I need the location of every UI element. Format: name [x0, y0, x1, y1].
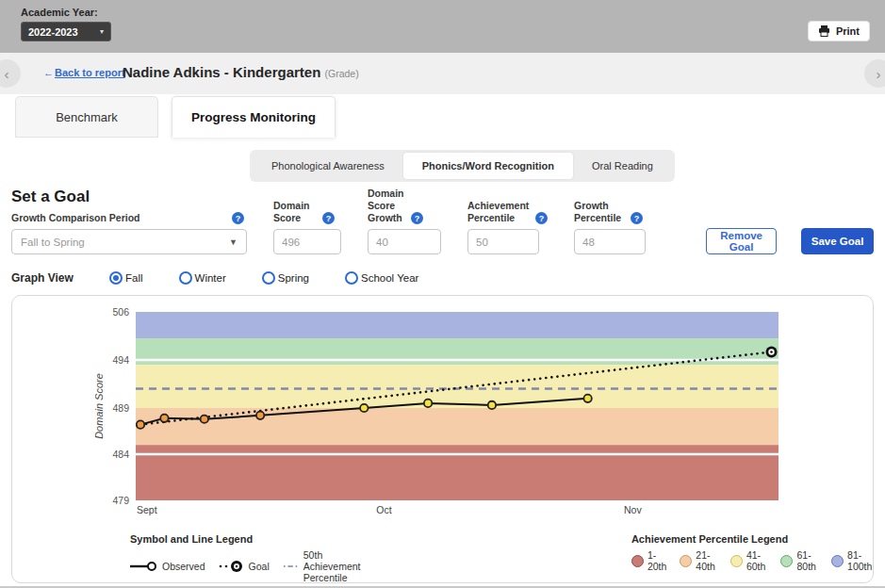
progress-monitoring-page: Academic Year: 2022-2023 ▾ Print ‹ › ←Ba… [0, 0, 885, 588]
percentile-legend-title: Achievement Percentile Legend [631, 533, 873, 545]
x-tick-label: Oct [376, 504, 391, 515]
subtab-oral-reading[interactable]: Oral Reading [573, 153, 672, 179]
help-icon[interactable]: ? [535, 212, 548, 224]
percentile-color-icon [680, 555, 692, 567]
main-tabs: Benchmark Progress Monitoring [15, 96, 336, 138]
student-name: Nadine Adkins - Kindergarten [123, 64, 320, 80]
tab-benchmark[interactable]: Benchmark [15, 96, 158, 138]
graph-view-radio-school-year[interactable]: School Year [345, 271, 418, 285]
achievement-percentile-field: Achievement Percentile ? [467, 200, 548, 254]
percentile-legend-label: 1-20th [647, 549, 666, 572]
chevron-left-icon: ‹ [5, 66, 9, 82]
goal-label: Goal [249, 561, 270, 572]
growth-comparison-period-select[interactable]: Fall to Spring ▼ [11, 229, 247, 254]
progress-chart: 506494489484479Domain ScoreSeptOctNov [12, 296, 873, 522]
field-label: Domain Score [273, 200, 319, 224]
back-arrow-icon: ← [43, 67, 54, 78]
prev-student-button[interactable]: ‹ [0, 59, 21, 88]
top-bar: Academic Year: 2022-2023 ▾ Print [0, 0, 885, 53]
help-icon[interactable]: ? [322, 212, 335, 224]
field-label: Growth Comparison Period [11, 212, 228, 224]
chevron-down-icon: ▾ [100, 27, 104, 36]
percentile-line-icon [283, 562, 300, 571]
x-tick-label: Sept [137, 504, 157, 515]
legend-item-goal: Goal [219, 560, 270, 573]
radio-icon [262, 271, 275, 285]
back-to-report-link[interactable]: ←Back to report [43, 67, 125, 78]
observed-point[interactable] [137, 420, 144, 428]
percentile-line-label: 50th Achievement Percentile [303, 549, 379, 583]
print-button[interactable]: Print [808, 21, 870, 41]
growth-percentile-field: Growth Percentile ? [574, 200, 646, 254]
legend-item-50th-percentile: 50th Achievement Percentile [283, 549, 379, 583]
achievement-percentile-input[interactable] [467, 229, 539, 254]
tab-progress-monitoring[interactable]: Progress Monitoring [172, 96, 336, 138]
domain-score-input[interactable] [273, 229, 341, 254]
academic-year-value: 2022-2023 [28, 26, 78, 38]
radio-label: Spring [278, 272, 309, 284]
growth-percentile-input[interactable] [574, 229, 646, 254]
percentile-color-icon [780, 555, 793, 567]
save-goal-button[interactable]: Save Goal [801, 228, 874, 254]
observed-label: Observed [162, 561, 205, 572]
graph-view-row: Graph View FallWinterSpringSchool Year [11, 271, 454, 285]
radio-label: School Year [361, 272, 418, 284]
y-axis-label: Domain Score [93, 373, 105, 439]
observed-point[interactable] [256, 412, 264, 419]
radio-label: Winter [195, 272, 226, 284]
select-value: Fall to Spring [21, 237, 85, 248]
graph-view-radio-spring[interactable]: Spring [262, 271, 309, 285]
observed-point[interactable] [160, 415, 168, 422]
goal-marker-center [770, 351, 773, 353]
help-icon[interactable]: ? [411, 212, 423, 224]
page-title: Nadine Adkins - Kindergarten (Grade) [123, 64, 359, 80]
domain-subtabs: Phonological Awareness Phonics/Word Reco… [250, 150, 675, 182]
percentile-legend-item: 1-20th [631, 549, 666, 572]
band-81-100th [136, 312, 778, 338]
academic-year-select[interactable]: 2022-2023 ▾ [21, 22, 111, 41]
graph-view-label: Graph View [11, 271, 109, 285]
goal-line-icon [219, 560, 245, 573]
field-label: Achievement Percentile [467, 200, 532, 224]
percentile-legend-label: 61-80th [796, 549, 818, 572]
field-label: Domain Score Growth [368, 188, 407, 224]
percentile-color-icon [831, 555, 844, 567]
help-icon[interactable]: ? [631, 212, 643, 224]
graph-view-radio-group: FallWinterSpringSchool Year [109, 271, 454, 285]
subtab-phonological-awareness[interactable]: Phonological Awareness [253, 153, 403, 179]
observed-point[interactable] [201, 416, 208, 423]
remove-goal-button[interactable]: Remove Goal [706, 228, 777, 254]
back-link-label: Back to report [55, 67, 125, 78]
domain-score-growth-input[interactable] [368, 229, 441, 254]
observed-point[interactable] [360, 404, 368, 412]
y-tick-label: 479 [112, 495, 129, 506]
help-icon[interactable]: ? [232, 212, 244, 224]
band-41-60th [136, 365, 778, 408]
percentile-legend-label: 41-60th [746, 549, 768, 572]
grade-suffix: (Grade) [324, 68, 358, 79]
percentile-color-icon [631, 555, 644, 567]
observed-point[interactable] [424, 400, 432, 407]
graph-view-radio-winter[interactable]: Winter [179, 271, 226, 285]
graph-view-radio-fall[interactable]: Fall [109, 271, 143, 285]
observed-line-icon [130, 561, 158, 572]
print-label: Print [836, 25, 860, 37]
next-student-button[interactable]: › [864, 59, 885, 88]
domain-score-growth-field: Domain Score Growth ? [368, 188, 441, 254]
y-tick-label: 494 [112, 354, 129, 366]
radio-icon [109, 271, 123, 285]
observed-point[interactable] [488, 401, 496, 409]
observed-point[interactable] [583, 395, 591, 402]
y-tick-label: 484 [112, 449, 129, 460]
subtab-phonics-word-recognition[interactable]: Phonics/Word Recognition [403, 153, 573, 179]
chart-panel: 506494489484479Domain ScoreSeptOctNov Sy… [11, 295, 874, 583]
radio-icon [179, 271, 192, 285]
chart-legends: Symbol and Line Legend Observed [12, 533, 873, 583]
chevron-right-icon: › [877, 66, 881, 82]
y-tick-label: 489 [112, 402, 129, 414]
domain-score-field: Domain Score ? [273, 200, 341, 254]
chevron-down-icon: ▼ [229, 237, 238, 247]
percentile-legend-item: 81-100th [831, 549, 873, 572]
symbol-legend-title: Symbol and Line Legend [130, 533, 379, 545]
symbol-line-legend: Symbol and Line Legend Observed [130, 533, 379, 583]
